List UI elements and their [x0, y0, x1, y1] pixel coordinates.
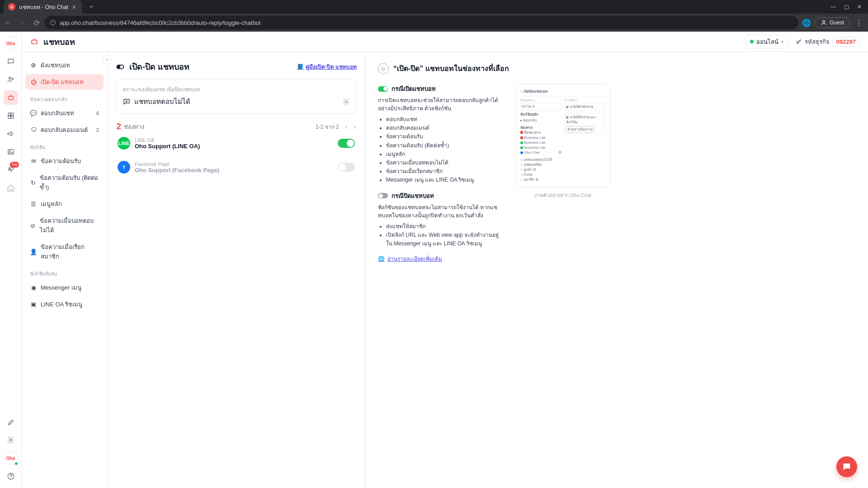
address-bar[interactable]: app.oho.chat/business/64746afdfecbc09c2c…: [44, 16, 798, 29]
translate-icon[interactable]: 🌐: [802, 19, 811, 27]
url-text: app.oho.chat/business/64746afdfecbc09c2c…: [60, 19, 261, 26]
new-tab-button[interactable]: ＋: [85, 1, 97, 13]
profile-button[interactable]: Guest: [815, 17, 850, 28]
minimize-icon[interactable]: —: [830, 4, 836, 10]
browser-tab[interactable]: O แชทบอท - Oho Chat ✕: [4, 0, 82, 14]
oho-favicon: O: [8, 3, 15, 10]
guest-label: Guest: [830, 19, 844, 26]
browser-tabstrip: O แชทบอท - Oho Chat ✕ ＋ — ▢ ✕: [0, 0, 868, 14]
maximize-icon[interactable]: ▢: [844, 4, 849, 10]
close-window-icon[interactable]: ✕: [857, 4, 862, 10]
tab-title: แชทบอท - Oho Chat: [19, 3, 68, 11]
browser-toolbar: ← → ⟳ app.oho.chat/business/64746afdfecb…: [0, 14, 868, 32]
back-icon[interactable]: ←: [4, 19, 12, 27]
forward-icon[interactable]: →: [18, 19, 26, 27]
site-info-icon: [50, 19, 56, 26]
reload-icon[interactable]: ⟳: [33, 19, 41, 27]
window-controls: — ▢ ✕: [830, 4, 868, 10]
user-icon: [821, 19, 827, 26]
chrome-menu-icon[interactable]: ⋮: [854, 17, 864, 29]
close-icon[interactable]: ✕: [72, 4, 77, 9]
svg-point-1: [823, 20, 825, 23]
